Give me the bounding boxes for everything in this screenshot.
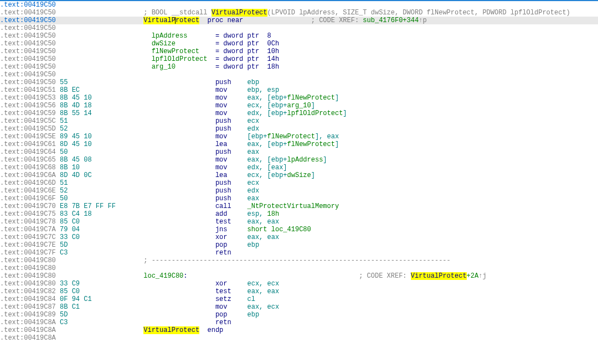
- operands[interactable]: edx: [248, 125, 260, 133]
- disasm-row[interactable]: .text:00419C50 flNewProtect = dword ptr …: [0, 48, 598, 55]
- address[interactable]: .text:00419C68: [0, 164, 56, 171]
- address[interactable]: .text:00419C65: [0, 156, 56, 164]
- operand-target[interactable]: _NtProtectVirtualMemory: [248, 202, 339, 210]
- disasm-row[interactable]: .text:00419C50 ; BOOL __stdcall VirtualP…: [0, 9, 598, 17]
- address[interactable]: .text:00419C8A: [0, 334, 56, 342]
- address[interactable]: .text:00419C64: [0, 148, 56, 156]
- address[interactable]: .text:00419C50: [0, 40, 56, 48]
- disasm-row[interactable]: .text:00419C50: [0, 71, 598, 79]
- disasm-row[interactable]: .text:00419C50 lpAddress = dword ptr 8: [0, 32, 598, 40]
- address[interactable]: .text:00419C87: [0, 303, 56, 311]
- disasm-row[interactable]: .text:00419C8A VirtualProtect endp: [0, 326, 598, 334]
- arg-name[interactable]: lpAddress: [152, 32, 215, 40]
- signature-fn-highlight[interactable]: VirtualProtect: [212, 9, 267, 17]
- address[interactable]: .text:00419C8A: [0, 326, 56, 334]
- address[interactable]: .text:00419C50: [0, 17, 56, 24]
- disasm-row[interactable]: .text:00419C6A 8D 4D 0C lea ecx, [ebp+dw…: [0, 171, 598, 179]
- disassembly-listing[interactable]: .text:00419C50.text:00419C50 ; BOOL __st…: [0, 1, 598, 342]
- disasm-row[interactable]: .text:00419C80 ; -----------------------…: [0, 257, 598, 264]
- disasm-row[interactable]: .text:00419C70 E8 7B E7 FF FF call _NtPr…: [0, 202, 598, 210]
- address[interactable]: .text:00419C50: [0, 1, 56, 9]
- arg-name[interactable]: arg_10: [152, 63, 215, 71]
- disasm-row[interactable]: .text:00419C80 33 C9 xor ecx, ecx: [0, 280, 598, 288]
- disasm-row[interactable]: .text:00419C50 arg_10 = dword ptr 18h: [0, 63, 598, 71]
- address[interactable]: .text:00419C50: [0, 24, 56, 32]
- address[interactable]: .text:00419C80: [0, 280, 56, 288]
- address[interactable]: .text:00419C5D: [0, 125, 56, 133]
- operands[interactable]: ebp: [248, 241, 260, 249]
- arg-name[interactable]: lpflOldProtect: [152, 55, 215, 63]
- disasm-row[interactable]: .text:00419C50 VirtualProtect proc near …: [0, 17, 598, 24]
- address[interactable]: .text:00419C82: [0, 288, 56, 295]
- operands[interactable]: esp,: [248, 210, 267, 218]
- disasm-row[interactable]: .text:00419C89 5D pop ebp: [0, 311, 598, 319]
- address[interactable]: .text:00419C6F: [0, 195, 56, 202]
- disasm-row[interactable]: .text:00419C8A: [0, 334, 598, 342]
- operand-symbol[interactable]: lpflOldProtect: [287, 110, 343, 117]
- address[interactable]: .text:00419C8A: [0, 319, 56, 326]
- operands[interactable]: eax, eax: [248, 218, 280, 226]
- disasm-row[interactable]: .text:00419C8A C3 retn: [0, 319, 598, 326]
- disasm-row[interactable]: .text:00419C50: [0, 24, 598, 32]
- address[interactable]: .text:00419C5C: [0, 117, 56, 125]
- disasm-row[interactable]: .text:00419C6D 51 push ecx: [0, 179, 598, 187]
- disasm-row[interactable]: .text:00419C50 dwSize = dword ptr 0Ch: [0, 40, 598, 48]
- disasm-row[interactable]: .text:00419C5E 89 45 10 mov [ebp+flNewPr…: [0, 133, 598, 141]
- operands[interactable]: eax: [248, 148, 260, 156]
- operands[interactable]: [ebp+: [248, 133, 267, 141]
- operands[interactable]: ecx: [248, 179, 260, 187]
- disasm-row[interactable]: .text:00419C84 0F 94 C1 setz cl: [0, 295, 598, 303]
- disasm-row[interactable]: .text:00419C50 55 push ebp: [0, 79, 598, 86]
- address[interactable]: .text:00419C56: [0, 102, 56, 110]
- address[interactable]: .text:00419C6E: [0, 187, 56, 195]
- operands[interactable]: ecx, [ebp+: [248, 171, 287, 179]
- address[interactable]: .text:00419C50: [0, 79, 56, 86]
- operands[interactable]: ecx: [248, 117, 260, 125]
- address[interactable]: .text:00419C89: [0, 311, 56, 319]
- operands[interactable]: edx, [eax]: [248, 164, 287, 171]
- operand-target[interactable]: short loc_419C80: [248, 226, 311, 233]
- disasm-row[interactable]: .text:00419C75 83 C4 18 add esp, 18h: [0, 210, 598, 218]
- operands[interactable]: ecx, ecx: [248, 280, 280, 288]
- proc-name[interactable]: VirtualP: [143, 17, 176, 24]
- operands[interactable]: eax, eax: [248, 288, 280, 295]
- operands[interactable]: edx: [248, 187, 260, 195]
- operands[interactable]: ebp: [248, 311, 260, 319]
- address[interactable]: .text:00419C50: [0, 71, 56, 79]
- address[interactable]: .text:00419C75: [0, 210, 56, 218]
- operand-symbol[interactable]: flNewProtect: [267, 133, 315, 141]
- address[interactable]: .text:00419C6A: [0, 171, 56, 179]
- disasm-row[interactable]: .text:00419C65 8B 45 08 mov eax, [ebp+lp…: [0, 156, 598, 164]
- arg-name[interactable]: flNewProtect: [152, 48, 215, 55]
- disasm-row[interactable]: .text:00419C51 8B EC mov ebp, esp: [0, 86, 598, 94]
- address[interactable]: .text:00419C7E: [0, 241, 56, 249]
- address[interactable]: .text:00419C7A: [0, 226, 56, 233]
- address[interactable]: .text:00419C53: [0, 94, 56, 102]
- operand-symbol[interactable]: lpAddress: [287, 156, 323, 164]
- address[interactable]: .text:00419C80: [0, 257, 56, 264]
- address[interactable]: .text:00419C50: [0, 32, 56, 40]
- xref-target[interactable]: sub_4176F0+344: [363, 17, 419, 24]
- disasm-row[interactable]: .text:00419C78 85 C0 test eax, eax: [0, 218, 598, 226]
- disasm-row[interactable]: .text:00419C6E 52 push edx: [0, 187, 598, 195]
- disasm-row[interactable]: .text:00419C68 8B 10 mov edx, [eax]: [0, 164, 598, 171]
- disasm-row[interactable]: .text:00419C61 8D 45 10 lea eax, [ebp+fl…: [0, 141, 598, 148]
- disasm-row[interactable]: .text:00419C50: [0, 1, 598, 9]
- operands[interactable]: ecx, [ebp+: [248, 102, 287, 110]
- address[interactable]: .text:00419C50: [0, 55, 56, 63]
- address[interactable]: .text:00419C80: [0, 264, 56, 272]
- disasm-row[interactable]: .text:00419C64 50 push eax: [0, 148, 598, 156]
- operands[interactable]: eax, [ebp+: [248, 156, 287, 164]
- disasm-row[interactable]: .text:00419C7E 5D pop ebp: [0, 241, 598, 249]
- xref-target-highlight[interactable]: VirtualProtect: [411, 272, 467, 280]
- disasm-row[interactable]: .text:00419C59 8B 55 14 mov edx, [ebp+lp…: [0, 110, 598, 117]
- disasm-row[interactable]: .text:00419C50 lpflOldProtect = dword pt…: [0, 55, 598, 63]
- address[interactable]: .text:00419C7F: [0, 249, 56, 257]
- operands[interactable]: cl: [248, 295, 255, 303]
- loc-label[interactable]: loc_419C80: [143, 272, 183, 280]
- disasm-row[interactable]: .text:00419C56 8B 4D 18 mov ecx, [ebp+ar…: [0, 102, 598, 110]
- address[interactable]: .text:00419C78: [0, 218, 56, 226]
- disasm-row[interactable]: .text:00419C7F C3 retn: [0, 249, 598, 257]
- address[interactable]: .text:00419C50: [0, 48, 56, 55]
- address[interactable]: .text:00419C84: [0, 295, 56, 303]
